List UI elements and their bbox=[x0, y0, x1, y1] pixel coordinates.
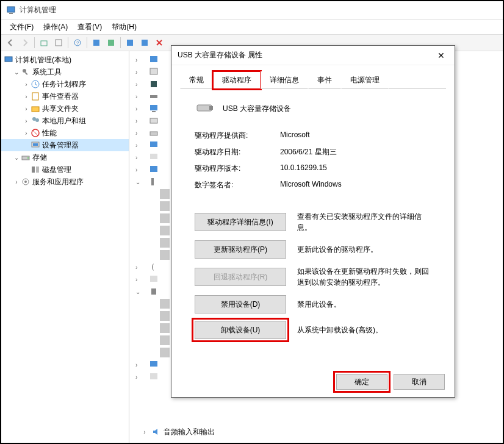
rollback-driver-button: 回退驱动程序(R) bbox=[195, 268, 286, 286]
driver-details-desc: 查看有关已安装驱动程序文件的详细信息。 bbox=[297, 211, 431, 233]
provider-value: Microsoft bbox=[280, 131, 431, 141]
svg-rect-37 bbox=[150, 166, 157, 172]
svg-rect-8 bbox=[127, 40, 133, 46]
provider-label: 驱动程序提供商: bbox=[195, 131, 280, 141]
tree-root-label: 计算机管理(本地) bbox=[15, 55, 71, 65]
menu-action[interactable]: 操作(A) bbox=[38, 20, 73, 34]
svg-rect-38 bbox=[151, 178, 154, 185]
svg-rect-2 bbox=[41, 41, 47, 46]
properties-dialog: USB 大容量存储设备 属性 ✕ 常规 驱动程序 详细信息 事件 电源管理 US… bbox=[171, 45, 455, 398]
svg-rect-42 bbox=[150, 373, 157, 379]
signer-label: 数字签名者: bbox=[195, 180, 280, 190]
window-title: 计算机管理 bbox=[20, 5, 56, 15]
menu-file[interactable]: 文件(F) bbox=[5, 20, 38, 34]
svg-rect-20 bbox=[33, 143, 38, 146]
uninstall-device-button[interactable]: 卸载设备(U) bbox=[195, 321, 286, 339]
tree-services[interactable]: › 服务和应用程序 bbox=[1, 176, 129, 188]
rollback-driver-desc: 如果该设备在更新驱动程序时失败，则回退到以前安装的驱动程序。 bbox=[297, 266, 431, 288]
props-button[interactable] bbox=[52, 36, 65, 49]
tab-details[interactable]: 详细信息 bbox=[261, 71, 308, 89]
menubar: 文件(F) 操作(A) 查看(V) 帮助(H) bbox=[1, 20, 503, 34]
tree-root[interactable]: 计算机管理(本地) bbox=[1, 54, 129, 66]
toolbtn-4[interactable] bbox=[138, 36, 151, 49]
tab-body: USB 大容量存储设备 驱动程序提供商:Microsoft 驱动程序日期:200… bbox=[180, 88, 446, 353]
device-name: USB 大容量存储设备 bbox=[223, 104, 291, 114]
tree-label: 事件查看器 bbox=[42, 91, 79, 102]
device-audio[interactable]: › 音频输入和输出 bbox=[140, 426, 215, 438]
svg-rect-7 bbox=[108, 40, 114, 46]
svg-rect-28 bbox=[150, 68, 157, 74]
update-driver-button[interactable]: 更新驱动程序(P) bbox=[195, 240, 286, 259]
svg-rect-30 bbox=[150, 95, 157, 98]
svg-rect-33 bbox=[150, 118, 157, 123]
svg-rect-6 bbox=[93, 40, 99, 46]
up-button[interactable] bbox=[37, 36, 51, 49]
svg-rect-35 bbox=[150, 141, 157, 147]
tree-disk-mgmt[interactable]: 磁盘管理 bbox=[1, 163, 129, 176]
svg-rect-32 bbox=[152, 111, 156, 112]
tree-label: 设备管理器 bbox=[42, 140, 79, 151]
delete-button[interactable] bbox=[153, 36, 166, 49]
svg-text:?: ? bbox=[76, 40, 79, 46]
svg-rect-23 bbox=[32, 167, 35, 173]
svg-rect-36 bbox=[150, 154, 157, 159]
help-button[interactable]: ? bbox=[71, 36, 84, 49]
dialog-titlebar: USB 大容量存储设备 属性 ✕ bbox=[171, 46, 455, 65]
tab-general[interactable]: 常规 bbox=[180, 71, 213, 89]
close-button[interactable]: ✕ bbox=[434, 49, 448, 62]
menu-help[interactable]: 帮助(H) bbox=[107, 20, 142, 34]
toolbtn-1[interactable] bbox=[90, 36, 103, 49]
tab-events[interactable]: 事件 bbox=[308, 71, 341, 89]
tree-performance[interactable]: › 性能 bbox=[1, 127, 129, 139]
menu-view[interactable]: 查看(V) bbox=[73, 20, 107, 34]
device-label: 音频输入和输出 bbox=[164, 427, 215, 437]
tree-label: 本地用户和组 bbox=[42, 116, 86, 126]
disable-device-button[interactable]: 禁用设备(D) bbox=[195, 295, 286, 313]
tree-label: 共享文件夹 bbox=[42, 104, 79, 114]
date-value: 2006/6/21 星期三 bbox=[280, 147, 431, 157]
svg-point-17 bbox=[35, 118, 39, 122]
dialog-title: USB 大容量存储设备 属性 bbox=[178, 50, 434, 60]
tree-local-users[interactable]: › 本地用户和组 bbox=[1, 115, 129, 127]
svg-rect-40 bbox=[151, 288, 156, 295]
ok-button[interactable]: 确定 bbox=[336, 374, 387, 390]
svg-rect-10 bbox=[5, 57, 12, 62]
toolbtn-3[interactable] bbox=[123, 36, 137, 49]
tree-label: 存储 bbox=[32, 152, 47, 163]
svg-rect-12 bbox=[25, 72, 28, 75]
svg-rect-27 bbox=[150, 56, 157, 62]
cancel-button[interactable]: 取消 bbox=[394, 374, 445, 390]
update-driver-desc: 更新此设备的驱动程序。 bbox=[297, 244, 431, 255]
svg-rect-34 bbox=[150, 132, 157, 135]
toolbtn-2[interactable] bbox=[104, 36, 118, 49]
svg-rect-29 bbox=[151, 81, 157, 87]
tree-event-viewer[interactable]: › 事件查看器 bbox=[1, 90, 129, 102]
tree-panel: 计算机管理(本地) ⌄ 系统工具 › 任务计划程序 › 事件查看器 › 共享文件… bbox=[1, 51, 129, 443]
svg-rect-14 bbox=[32, 93, 38, 100]
tree-label: 服务和应用程序 bbox=[32, 177, 84, 187]
version-label: 驱动程序版本: bbox=[195, 163, 280, 174]
svg-rect-39 bbox=[150, 276, 157, 282]
tab-driver[interactable]: 驱动程序 bbox=[213, 71, 261, 89]
tree-device-manager[interactable]: 设备管理器 bbox=[1, 139, 129, 151]
forward-button[interactable] bbox=[18, 36, 32, 49]
svg-rect-41 bbox=[150, 361, 157, 367]
tree-storage[interactable]: ⌄ 存储 bbox=[1, 151, 129, 163]
tab-power[interactable]: 电源管理 bbox=[341, 71, 389, 89]
uninstall-device-desc: 从系统中卸载设备(高级)。 bbox=[297, 324, 431, 335]
tree-label: 性能 bbox=[42, 128, 57, 138]
tree-label: 系统工具 bbox=[32, 67, 62, 77]
svg-rect-0 bbox=[7, 7, 15, 12]
tree-system-tools[interactable]: ⌄ 系统工具 bbox=[1, 66, 129, 78]
svg-rect-31 bbox=[150, 105, 157, 110]
svg-rect-1 bbox=[9, 13, 13, 14]
svg-rect-24 bbox=[36, 167, 39, 173]
svg-rect-44 bbox=[209, 106, 213, 110]
tree-task-scheduler[interactable]: › 任务计划程序 bbox=[1, 78, 129, 90]
driver-details-button[interactable]: 驱动程序详细信息(I) bbox=[195, 213, 286, 231]
signer-value: Microsoft Windows bbox=[280, 180, 431, 190]
back-button[interactable] bbox=[4, 36, 17, 49]
tree-shared-folders[interactable]: › 共享文件夹 bbox=[1, 102, 129, 115]
tree-label: 任务计划程序 bbox=[42, 79, 86, 90]
device-icon bbox=[195, 99, 214, 118]
